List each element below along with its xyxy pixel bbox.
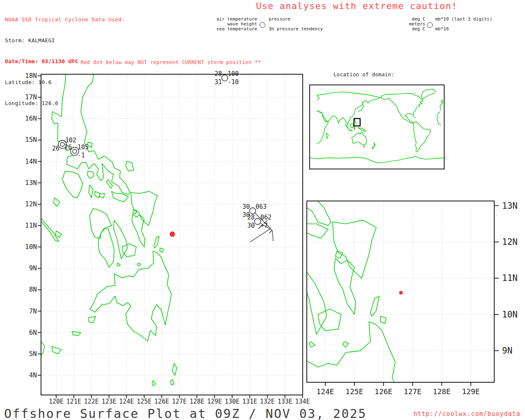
lon-axis-label: 134E <box>295 398 310 405</box>
caution-title: Use analyses with extreme caution! <box>256 1 457 11</box>
station-pressure: 100 <box>228 70 239 78</box>
coastline-path <box>54 198 60 206</box>
coastline-path <box>137 263 141 266</box>
lat-axis-label: 8N <box>29 285 37 293</box>
world-coastline-path <box>413 122 431 152</box>
coastline-path <box>309 342 315 347</box>
coastline-path <box>126 162 134 171</box>
coastline-path <box>292 200 302 215</box>
lat-axis-label: 5N <box>29 350 37 358</box>
lon-axis-label: 126E <box>374 387 392 396</box>
world-coastline-path <box>364 146 365 147</box>
world-coastline-path <box>352 132 367 145</box>
lon-axis-label: 128E <box>189 398 204 405</box>
lon-axis-label: 131E <box>242 398 257 405</box>
offshore-surface-plot: 120E121E122E123E124E125E126E127E128E129E… <box>0 0 525 420</box>
station-sea-temp: 30 <box>247 222 255 229</box>
station-inner-circle <box>60 142 64 146</box>
world-coastline-path <box>413 116 416 117</box>
lon-axis-label: 125E <box>345 387 363 396</box>
station-pressure: 105 <box>78 144 89 151</box>
world-map-content <box>310 89 444 163</box>
legend-pressure-units: mb*10 (last 3 digits) <box>435 16 492 22</box>
coastline-path <box>208 287 218 298</box>
coastline-path <box>171 379 174 385</box>
lon-axis-label: 132E <box>260 398 275 405</box>
lon-axis-label: 124E <box>119 398 134 405</box>
world-coastline-path <box>350 124 354 128</box>
world-coastline-path <box>349 130 352 131</box>
station-sea-temp: 26 <box>52 145 59 152</box>
storm-position-warning: ** Red dot below may NOT represent CURRE… <box>71 59 261 65</box>
lon-axis-label: 121E <box>66 398 81 405</box>
world-coastline-path <box>363 102 363 105</box>
coastline-path <box>152 381 156 386</box>
world-coastline-path <box>354 126 355 129</box>
header-latitude: Latitude: 10.6 <box>5 79 125 86</box>
station-sea-temp: 31 <box>215 78 222 86</box>
lat-axis-label: 10N <box>502 310 518 320</box>
coastline-path <box>62 171 82 198</box>
world-coastline-path <box>310 156 444 163</box>
lat-axis-label: 14N <box>25 158 37 165</box>
legend-tendency-units: mb*10 <box>435 26 449 32</box>
station-tendency: -10 <box>228 78 239 86</box>
station-pressure: 102 <box>65 137 76 144</box>
world-coastline-path <box>317 92 380 126</box>
world-coastline-path <box>345 125 349 130</box>
world-coastline-path <box>422 89 436 99</box>
coastline-path <box>381 316 386 324</box>
world-coastline-path <box>355 119 356 124</box>
coastline-path <box>98 229 114 267</box>
wind-barb <box>269 230 272 233</box>
station-air-temp: 28 <box>215 70 222 78</box>
station-model-legend-units: deg Cmb*10 (last 3 digits) meters deg Cm… <box>406 17 492 32</box>
coastline-path <box>204 231 215 245</box>
inset-map-axes: 124E125E126E127E128E129E13N12N11N10N9N <box>316 201 518 396</box>
coastline-path <box>324 169 337 186</box>
lon-axis-label: 124E <box>316 387 334 396</box>
coastline-path <box>90 251 172 341</box>
wind-barb <box>272 231 273 241</box>
coastline-path <box>278 284 305 349</box>
lat-axis-label: 10N <box>25 243 37 251</box>
coastline-path <box>172 363 177 375</box>
world-coastline-path <box>326 133 328 139</box>
station-plot-28-100: 2810031-10 <box>215 70 239 86</box>
station-circle <box>255 219 261 225</box>
coastline-path <box>122 244 136 256</box>
coastline-path <box>343 342 349 347</box>
coastline-path <box>117 263 121 266</box>
coastline-path <box>334 258 356 315</box>
world-coastline-path <box>381 94 414 96</box>
station-model-legend-labels: air temperaturepressure wave height sea … <box>215 17 323 32</box>
coastline-path <box>154 236 159 248</box>
station-air-temp: 28 <box>247 214 255 221</box>
coastline-path <box>280 224 289 231</box>
lon-axis-label: 123E <box>102 398 116 405</box>
legend-pressure-tendency: 3h pressure tendency <box>269 26 323 32</box>
coastline-path <box>370 297 379 317</box>
coastline-path <box>183 265 213 305</box>
lat-axis-label: 13N <box>502 201 518 211</box>
domain-location-label: Location of domain: <box>333 71 395 78</box>
lat-axis-label: 4N <box>29 371 37 379</box>
world-coastline-path <box>405 95 424 123</box>
coastline-path <box>99 194 105 198</box>
lon-axis-label: 125E <box>137 398 151 405</box>
header-longitude: Longitude: 126.6 <box>5 100 125 107</box>
station-circle <box>250 208 256 214</box>
coastline-path <box>301 220 328 238</box>
coastline-path <box>261 137 269 146</box>
coastline-path <box>89 185 93 198</box>
coastline-path <box>333 220 377 278</box>
source-url: http://coolwx.com/buoydata <box>413 410 520 418</box>
coastline-path <box>132 214 145 247</box>
legend-pressure: pressure <box>269 16 290 22</box>
storm-position-dot <box>170 231 175 237</box>
lat-axis-label: 6N <box>29 329 37 336</box>
coastline-path <box>87 171 94 178</box>
station-circle-icon <box>427 22 433 28</box>
coastline-path <box>113 220 127 259</box>
world-coastline-path <box>358 128 366 132</box>
